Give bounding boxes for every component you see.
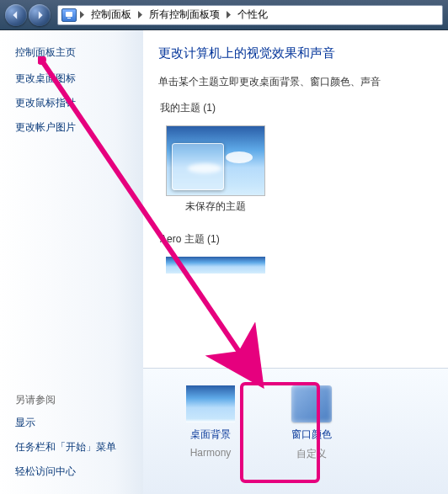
sidebar-link-account-picture[interactable]: 更改帐户图片 [15,120,133,135]
window-color-option[interactable]: 窗口颜色 自定义 [278,385,345,494]
see-also-title: 另请参阅 [15,393,133,407]
aero-themes-heading: Aero 主题 (1) [160,232,448,247]
sidebar-link-mouse-pointer[interactable]: 更改鼠标指针 [15,96,133,110]
page-description: 单击某个主题立即更改桌面背景、窗口颜色、声音 [158,75,448,89]
theme-label: 未保存的主题 [185,199,246,214]
desktop-background-option[interactable]: 桌面背景 Harmony [177,385,244,494]
chevron-right-icon [80,11,84,19]
my-themes-heading: 我的主题 (1) [160,101,448,115]
theme-tile-unsaved[interactable]: 未保存的主题 [158,122,272,217]
sidebar-link-desktop-icons[interactable]: 更改桌面图标 [15,72,133,86]
see-also-links: 显示 任务栏和「开始」菜单 轻松访问中心 [15,416,133,479]
window-color-thumb [291,385,332,422]
desktop-background-thumb [186,385,235,422]
chevron-right-icon [227,11,231,19]
nav-buttons [5,4,51,26]
window-glass-preview [172,143,224,190]
theme-preview [166,257,265,274]
breadcrumb-segment[interactable]: 控制面板 [88,6,135,24]
sidebar-quicklinks: 更改桌面图标 更改鼠标指针 更改帐户图片 [15,72,133,135]
sidebar: 控制面板主页 更改桌面图标 更改鼠标指针 更改帐户图片 另请参阅 显示 任务栏和… [0,30,143,494]
page-title: 更改计算机上的视觉效果和声音 [158,45,448,61]
desktop-background-value: Harmony [190,447,232,459]
see-also-display[interactable]: 显示 [15,416,133,430]
window-color-link: 窗口颜色 [291,428,332,442]
svg-rect-0 [66,12,72,17]
theme-preview [166,125,265,196]
chevron-right-icon [138,11,142,19]
window-color-value: 自定义 [296,447,327,461]
monitor-icon [61,8,77,22]
svg-rect-1 [67,18,71,19]
breadcrumb-segment[interactable]: 个性化 [234,6,271,24]
see-also-easeofaccess[interactable]: 轻松访问中心 [15,465,133,479]
see-also-taskbar[interactable]: 任务栏和「开始」菜单 [15,440,133,454]
desktop-background-link: 桌面背景 [190,428,231,442]
personalization-bottom-bar: 桌面背景 Harmony 窗口颜色 自定义 [143,368,448,494]
breadcrumb-segment[interactable]: 所有控制面板项 [146,6,223,24]
arrow-left-icon [11,10,21,20]
main-area: 控制面板主页 更改桌面图标 更改鼠标指针 更改帐户图片 另请参阅 显示 任务栏和… [0,30,448,494]
sidebar-home-link[interactable]: 控制面板主页 [15,45,133,60]
breadcrumb[interactable]: 控制面板 所有控制面板项 个性化 [57,5,443,25]
theme-tile-aero[interactable] [158,253,272,277]
forward-button[interactable] [29,4,51,26]
arrow-right-icon [35,10,45,20]
content-pane: 更改计算机上的视觉效果和声音 单击某个主题立即更改桌面背景、窗口颜色、声音 我的… [143,30,448,494]
titlebar-nav: 控制面板 所有控制面板项 个性化 [0,0,448,30]
back-button[interactable] [5,4,27,26]
